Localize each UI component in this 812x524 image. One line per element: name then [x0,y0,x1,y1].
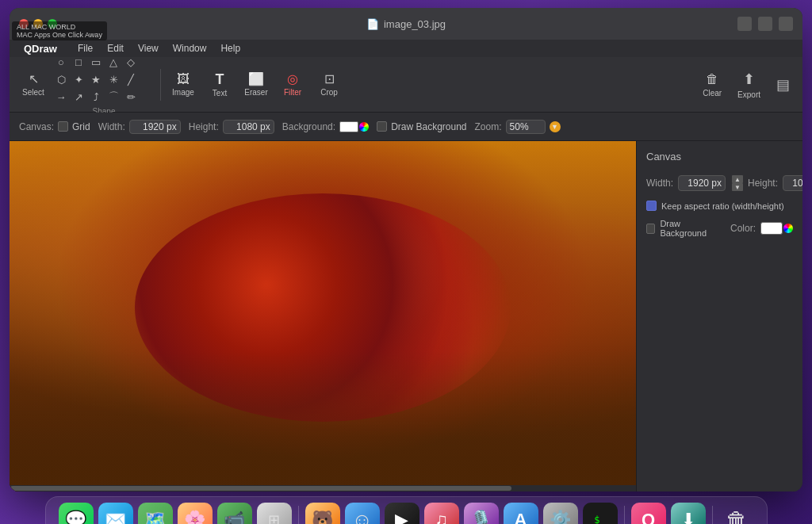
main-area: Canvas Width: ▲ ▼ Height: ▲ ▼ Keep a [10,141,802,491]
titlebar: 📄 image_03.jpg [10,8,802,40]
dock-separator-3 [712,506,713,524]
panel-title: Canvas [646,151,793,163]
shape-pen[interactable]: ✏ [122,88,140,105]
text-icon: T [216,72,224,86]
options-bar: Canvas: Grid Width: Height: Background: … [10,113,802,141]
shape-circle[interactable]: ○ [52,53,70,71]
dock: 💬 ✉️ 🗺️ 🌸 📹 ⊞ 🐻 ☺ ▶ ♫ 🎙️ A ⚙️ $_ Q ⬇ 🗑 [45,496,768,524]
panel-rainbow-icon [783,224,793,233]
menu-window[interactable]: Window [167,41,213,55]
scrollbar-thumb[interactable] [10,486,511,491]
shape-diamond[interactable]: ◇ [122,53,140,71]
dock-appletv[interactable]: ▶ [385,503,419,524]
height-input[interactable] [223,120,274,134]
canvas-image [10,141,636,491]
zoom-indicator[interactable]: ▼ [550,121,561,132]
dock-launchpad[interactable]: ⊞ [257,503,292,524]
app-window: 📄 image_03.jpg QDraw File Edit View Wind… [10,8,802,491]
close-button[interactable] [19,19,29,29]
toolbar: ↖ Select ○ □ ▭ △ ◇ ⬡ ✦ ★ ✳ ╱ → ↗ ⤴ ⌒ ✏ [10,57,802,113]
shape-triangle[interactable]: △ [105,53,122,71]
macos-control-1[interactable] [737,17,752,31]
dock-appstore[interactable]: A [504,503,538,524]
draw-background-checkbox[interactable] [377,121,387,132]
aspect-ratio-row: Keep aspect ratio (width/height) [646,201,793,211]
clear-button[interactable]: 🗑 Clear [696,69,728,101]
shape-arrow-3[interactable]: ⤴ [87,88,105,105]
sidebar-icon: ▤ [776,76,790,94]
dock-mail[interactable]: ✉️ [98,503,133,524]
dock-bear[interactable]: 🐻 [305,503,340,524]
shape-hexagon[interactable]: ⬡ [52,71,70,88]
tool-image[interactable]: 🖼 Image [166,70,201,100]
titlebar-controls [737,17,793,31]
file-icon: 📄 [366,18,379,30]
tool-filter[interactable]: ◎ Filter [275,70,310,100]
dock-podcasts[interactable]: 🎙️ [464,503,499,524]
dock-facetime[interactable]: 📹 [217,503,252,524]
rainbow-color-icon [359,122,369,132]
window-title: 📄 image_03.jpg [366,18,446,30]
tool-text[interactable]: T Text [202,69,237,101]
width-input[interactable] [129,120,181,134]
dock-music[interactable]: ♫ [424,503,459,524]
height-option: Height: [189,120,274,134]
keep-aspect-checkbox[interactable] [646,201,657,211]
dock-trash[interactable]: 🗑 [719,503,754,524]
macos-control-3[interactable] [779,17,793,31]
toolbar-right: 🗑 Clear ⬆ Export ▤ [696,67,796,102]
panel-color-picker[interactable] [760,222,793,235]
dock-maps[interactable]: 🗺️ [138,503,173,524]
dock-messages[interactable]: 💬 [59,503,94,524]
horizontal-scrollbar[interactable] [10,485,636,491]
panel-height-input[interactable] [783,175,802,191]
image-icon: 🖼 [177,73,190,86]
dock-qdraw[interactable]: Q [631,503,666,524]
tool-crop[interactable]: ⊡ Crop [312,70,347,100]
dock-separator-1 [298,506,299,524]
panel-draw-background-checkbox[interactable] [646,224,655,234]
dock-finder[interactable]: ☺ [345,503,380,524]
tool-eraser[interactable]: ⬜ Eraser [239,70,274,100]
shape-rect[interactable]: □ [70,53,87,71]
shape-curve[interactable]: ⌒ [105,88,122,105]
panel-draw-background-row: Draw Background Color: [646,219,793,238]
panel-width-input[interactable] [678,175,726,191]
dock-separator-2 [624,506,625,524]
dock-photos[interactable]: 🌸 [178,503,213,524]
grid-checkbox[interactable] [58,121,68,132]
shape-rounded-rect[interactable]: ▭ [87,53,105,71]
dock-download[interactable]: ⬇ [671,503,706,524]
shape-star-4[interactable]: ✦ [70,71,87,88]
shape-arrow[interactable]: → [52,88,70,105]
macos-control-2[interactable] [758,17,772,31]
maximize-button[interactable] [48,19,57,29]
zoom-option: Zoom: ▼ [475,120,561,134]
minimize-button[interactable] [33,19,43,29]
shape-arrow-2[interactable]: ↗ [70,88,87,105]
sidebar-toggle-button[interactable]: ▤ [770,73,796,97]
zoom-input[interactable] [506,120,546,134]
export-icon: ⬆ [743,71,755,88]
tool-select[interactable]: ↖ Select [16,70,51,100]
menu-help[interactable]: Help [214,41,247,55]
eraser-icon: ⬜ [248,73,264,86]
shape-star-burst[interactable]: ✳ [105,71,122,88]
background-swatch [339,121,358,132]
canvas-area[interactable] [10,141,636,491]
shape-line[interactable]: ╱ [122,71,140,88]
filter-icon: ◎ [287,73,298,86]
width-stepper-up[interactable]: ▲ [732,175,743,183]
width-option: Width: [98,120,181,134]
export-button[interactable]: ⬆ Export [731,67,767,102]
background-color-picker[interactable] [339,121,369,132]
shape-star-5[interactable]: ★ [87,71,105,88]
traffic-lights [19,19,57,29]
dock-syspreferences[interactable]: ⚙️ [543,503,578,524]
dock-terminal[interactable]: $_ [583,503,618,524]
width-stepper-down[interactable]: ▼ [732,183,743,191]
canvas-option: Canvas: Grid [19,121,90,132]
panel-width-row: Width: ▲ ▼ Height: ▲ ▼ [646,175,793,191]
width-stepper: ▲ ▼ [732,175,743,191]
right-panel: Canvas Width: ▲ ▼ Height: ▲ ▼ Keep a [636,141,802,491]
